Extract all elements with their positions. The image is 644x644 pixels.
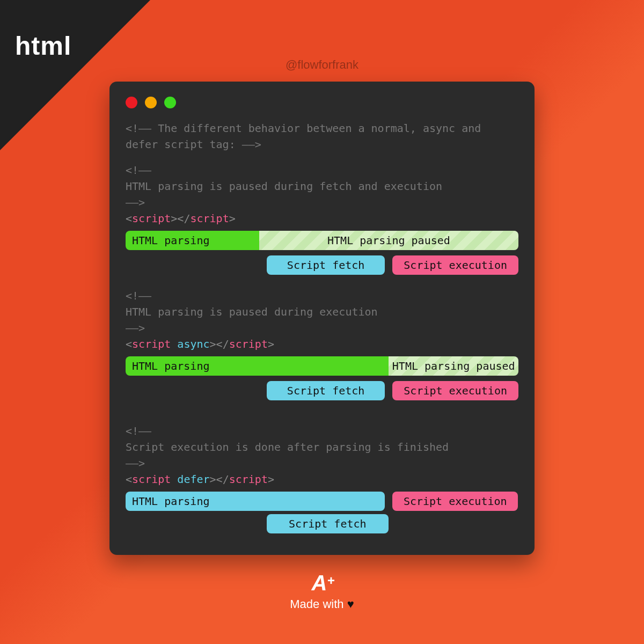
maximize-icon <box>164 97 176 108</box>
async-fetch-pill: Script fetch <box>267 381 385 400</box>
normal-exec-pill: Script execution <box>392 255 518 275</box>
defer-top-row: HTML parsing Script execution <box>126 492 518 511</box>
normal-pill-row: Script fetch Script execution <box>126 255 518 275</box>
async-script-tag: <script async></script> <box>126 336 518 352</box>
async-comment: <!—— HTML parsing is paused during execu… <box>126 288 518 336</box>
corner-triangle <box>0 0 150 150</box>
defer-parse-segment: HTML parsing <box>126 492 385 511</box>
async-parse-bar: HTML parsing HTML parsing paused <box>126 356 518 376</box>
normal-comment: <!—— HTML parsing is paused during fetch… <box>126 162 518 210</box>
code-window: <!—— The different behavior between a no… <box>109 82 535 555</box>
async-pill-row: Script fetch Script execution <box>126 381 518 400</box>
defer-fetch-row: Script fetch <box>126 514 518 533</box>
normal-paused-segment: HTML parsing paused <box>259 231 518 250</box>
async-exec-pill: Script execution <box>392 381 518 400</box>
footer-logo: A+ <box>0 571 644 595</box>
footer-made-with: Made with ♥ <box>0 597 644 611</box>
normal-parse-bar: HTML parsing HTML parsing paused <box>126 231 518 250</box>
async-parse-segment: HTML parsing <box>126 356 389 376</box>
footer: A+ Made with ♥ <box>0 571 644 611</box>
traffic-lights <box>126 97 518 108</box>
defer-fetch-pill: Script fetch <box>267 514 389 533</box>
corner-label: html <box>15 31 71 61</box>
async-paused-segment: HTML parsing paused <box>389 356 518 376</box>
defer-exec-pill: Script execution <box>392 492 518 511</box>
normal-parse-segment: HTML parsing <box>126 231 259 250</box>
intro-comment: <!—— The different behavior between a no… <box>126 120 518 152</box>
defer-comment: <!—— Script execution is done after pars… <box>126 423 518 471</box>
normal-script-tag: <script></script> <box>126 210 518 226</box>
defer-script-tag: <script defer></script> <box>126 471 518 487</box>
heart-icon: ♥ <box>347 597 354 611</box>
normal-fetch-pill: Script fetch <box>267 255 385 275</box>
